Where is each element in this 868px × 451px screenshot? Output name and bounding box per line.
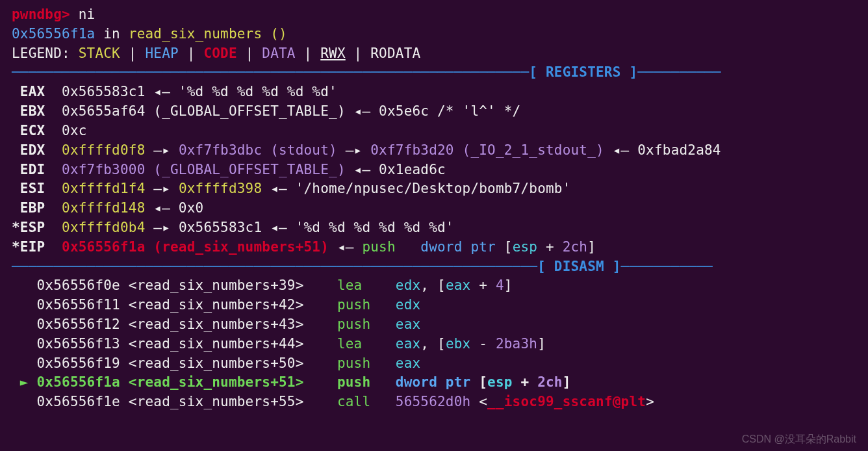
disasm-operand: eax: [396, 316, 421, 332]
legend-code: CODE: [203, 45, 236, 61]
disasm-operand: ebx: [446, 336, 479, 352]
disasm-operand: <: [479, 394, 487, 409]
reg-esp: *ESP 0xffffd0b4 —▸ 0x565583c1 ◂— '%d %d …: [0, 218, 868, 238]
disasm-line: 0x56556f0e <read_six_numbers+39> lea edx…: [0, 276, 868, 296]
disasm-line: 0x56556f13 <read_six_numbers+44> lea eax…: [0, 335, 868, 354]
reg-ecx: ECX 0xc: [0, 122, 868, 141]
disasm-line-current: ► 0x56556f1a <read_six_numbers+51> push …: [0, 373, 868, 393]
reg-edx: EDX 0xffffd0f8 —▸ 0xf7fb3dbc (stdout) —▸…: [0, 141, 868, 161]
prompt-prefix[interactable]: pwndbg>: [12, 6, 79, 22]
disasm-cursor-icon: [12, 394, 37, 409]
disasm-addr: 0x56556f1a: [37, 374, 129, 390]
status-addr: 0x56556f1a: [12, 26, 95, 42]
disasm-addr: 0x56556f13: [37, 336, 129, 352]
disasm-sym: <read_six_numbers+51>: [129, 374, 304, 390]
disasm-operand: eax: [396, 355, 421, 371]
disasm-line: 0x56556f1e <read_six_numbers+55> call 56…: [0, 393, 868, 412]
disasm-operand: [: [437, 336, 446, 352]
disasm-cursor-icon: [12, 316, 37, 332]
disasm-operand: ,: [420, 277, 437, 293]
disasm-operand: +: [520, 374, 537, 390]
disasm-operand: +: [479, 277, 496, 293]
disasm-addr: 0x56556f19: [37, 355, 129, 371]
prompt-cmd[interactable]: ni: [79, 6, 96, 22]
watermark: CSDN @没耳朵的Rabbit: [742, 432, 856, 447]
disasm-cursor-icon: [12, 297, 37, 313]
disasm-mnemonic: lea: [337, 277, 363, 293]
disasm-line: 0x56556f11 <read_six_numbers+42> push ed…: [0, 296, 868, 315]
disasm-mnemonic: call: [337, 394, 370, 409]
legend-stack: STACK: [79, 45, 120, 61]
disasm-cursor-icon: [12, 277, 37, 293]
disasm-cursor-icon: [12, 355, 37, 371]
disasm-operand: ]: [537, 336, 546, 352]
disasm-mnemonic: push: [337, 374, 370, 390]
prompt-line: pwndbg> ni: [0, 5, 868, 25]
disasm-operand: eax: [446, 277, 479, 293]
disasm-sym: <read_six_numbers+50>: [129, 355, 304, 371]
disasm-operand: dword ptr: [396, 374, 479, 390]
disasm-mnemonic: push: [337, 316, 370, 332]
disasm-operand: edx: [396, 297, 421, 313]
status-line: 0x56556f1a in read_six_numbers (): [0, 25, 868, 44]
legend-rodata: RODATA: [370, 45, 420, 61]
reg-eip: *EIP 0x56556f1a (read_six_numbers+51) ◂—…: [0, 238, 868, 257]
disasm-sym: <read_six_numbers+43>: [129, 316, 304, 332]
disasm-addr: 0x56556f11: [37, 297, 129, 313]
disasm-line: 0x56556f19 <read_six_numbers+50> push ea…: [0, 354, 868, 374]
disasm-sym: <read_six_numbers+55>: [129, 394, 304, 409]
disasm-body: 0x56556f0e <read_six_numbers+39> lea edx…: [0, 276, 868, 412]
legend-heap: HEAP: [146, 45, 179, 61]
section-header-registers: ────────────────────────────────────────…: [0, 63, 868, 83]
disasm-operand: 4: [496, 277, 504, 293]
reg-ebx: EBX 0x5655af64 (_GLOBAL_OFFSET_TABLE_) ◂…: [0, 102, 868, 122]
legend-data: DATA: [262, 45, 295, 61]
disasm-line: 0x56556f12 <read_six_numbers+43> push ea…: [0, 315, 868, 335]
reg-ebp: EBP 0xffffd148 ◂— 0x0: [0, 199, 868, 218]
disasm-operand: __isoc99_sscanf@plt: [487, 394, 646, 409]
disasm-operand: >: [646, 394, 654, 409]
disasm-operand: esp: [487, 374, 520, 390]
reg-edi: EDI 0xf7fb3000 (_GLOBAL_OFFSET_TABLE_) ◂…: [0, 161, 868, 180]
reg-eax: EAX 0x565583c1 ◂— '%d %d %d %d %d %d': [0, 83, 868, 102]
disasm-operand: [: [479, 374, 487, 390]
disasm-operand: ]: [504, 277, 513, 293]
disasm-sym: <read_six_numbers+42>: [129, 297, 304, 313]
disasm-mnemonic: lea: [337, 336, 363, 352]
disasm-sym: <read_six_numbers+39>: [129, 277, 304, 293]
disasm-operand: eax: [396, 336, 421, 352]
disasm-addr: 0x56556f12: [37, 316, 129, 332]
disasm-addr: 0x56556f0e: [37, 277, 129, 293]
disasm-operand: ,: [420, 336, 437, 352]
disasm-operand: ]: [563, 374, 571, 390]
disasm-cursor-icon: [12, 336, 37, 352]
disasm-mnemonic: push: [337, 297, 370, 313]
disasm-operand: edx: [396, 277, 421, 293]
legend-line: LEGEND: STACK | HEAP | CODE | DATA | RWX…: [0, 44, 868, 64]
disasm-addr: 0x56556f1e: [37, 394, 129, 409]
status-func: read_six_numbers (): [129, 26, 287, 42]
disasm-mnemonic: push: [337, 355, 370, 371]
disasm-operand: 2ba3h: [496, 336, 537, 352]
reg-esi: ESI 0xffffd1f4 —▸ 0xffffd398 ◂— '/home/n…: [0, 179, 868, 199]
disasm-sym: <read_six_numbers+44>: [129, 336, 304, 352]
disasm-cursor-icon: ►: [12, 374, 37, 390]
disasm-operand: 565562d0h: [396, 394, 479, 409]
disasm-operand: -: [479, 336, 496, 352]
disasm-operand: [: [437, 277, 446, 293]
disasm-operand: 2ch: [537, 374, 563, 390]
legend-rwx: RWX: [320, 45, 346, 61]
section-header-disasm: ────────────────────────────────────────…: [0, 257, 868, 277]
